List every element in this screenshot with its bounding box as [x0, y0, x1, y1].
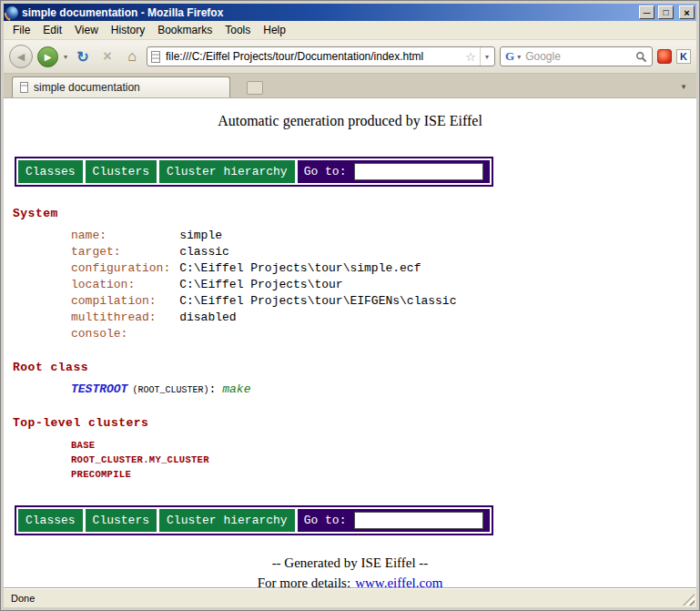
clusters-button[interactable]: Clusters — [86, 160, 157, 183]
system-value — [179, 327, 689, 341]
url-bar[interactable]: ☆ ▾ — [147, 46, 495, 66]
new-tab-button[interactable] — [247, 81, 263, 95]
search-bar[interactable]: G ▾ — [500, 46, 653, 66]
doc-navbar-bottom: Classes Clusters Cluster hierarchy Go to… — [15, 505, 493, 535]
system-key: multithread: — [71, 311, 170, 324]
history-dropdown-icon[interactable]: ▾ — [63, 53, 68, 61]
system-value: C:\Eiffel Projects\tour\EIFGENs\classic — [179, 294, 689, 308]
root-class-link[interactable]: TESTROOT — [71, 382, 127, 396]
system-value: simple — [179, 229, 689, 242]
back-button[interactable]: ◀ — [9, 45, 33, 68]
cluster-link-precompile[interactable]: PRECOMPILE — [71, 467, 689, 482]
goto-label-bottom: Go to: — [304, 514, 347, 527]
back-icon: ◀ — [17, 51, 25, 63]
root-class-colon: : — [208, 382, 216, 396]
tab-simple-documentation[interactable]: simple documentation — [12, 76, 230, 97]
page-content: Automatic generation produced by ISE Eif… — [4, 98, 696, 587]
details-text: For more details: — [258, 575, 350, 587]
home-button[interactable]: ⌂ — [122, 46, 142, 67]
system-key: target: — [71, 245, 170, 259]
cluster-link-base[interactable]: BASE — [71, 438, 689, 453]
url-input[interactable] — [164, 49, 462, 64]
classes-button-bottom[interactable]: Classes — [18, 509, 83, 532]
menu-file[interactable]: File — [6, 22, 36, 38]
nav-toolbar: ◀ ▶ ▾ ↻ × ⌂ ☆ ▾ G ▾ K — [4, 40, 696, 74]
eiffel-website-link[interactable]: www.eiffel.com — [355, 575, 442, 587]
document-icon — [20, 82, 28, 93]
goto-input-bottom[interactable] — [354, 512, 483, 529]
menu-history[interactable]: History — [105, 22, 151, 38]
menu-bookmarks[interactable]: Bookmarks — [151, 22, 218, 38]
system-key: compilation: — [71, 294, 170, 308]
list-all-tabs-button[interactable]: ▾ — [675, 78, 692, 95]
addon-icon-1[interactable] — [657, 49, 672, 64]
window-title: simple documentation - Mozilla Firefox — [22, 6, 635, 19]
resize-grip[interactable] — [683, 594, 695, 606]
system-key: console: — [71, 327, 170, 341]
maximize-button[interactable]: □ — [658, 5, 674, 19]
system-properties: name:simple target:classic configuration… — [71, 229, 689, 341]
forward-button[interactable]: ▶ — [37, 46, 58, 67]
classes-button[interactable]: Classes — [18, 160, 83, 183]
cluster-link-root-cluster-my-cluster[interactable]: ROOT_CLUSTER.MY_CLUSTER — [71, 453, 689, 467]
cluster-hierarchy-button[interactable]: Cluster hierarchy — [159, 160, 295, 183]
search-engine-dropdown-icon[interactable]: ▾ — [517, 53, 521, 61]
url-dropdown-icon[interactable]: ▾ — [480, 47, 493, 66]
system-heading: System — [13, 207, 689, 220]
goto-section-bottom: Go to: — [298, 509, 491, 532]
system-key: location: — [71, 278, 170, 291]
close-button[interactable]: × — [679, 5, 695, 19]
clusters-button-bottom[interactable]: Clusters — [86, 509, 157, 532]
stop-button[interactable]: × — [97, 46, 117, 67]
tab-bar: simple documentation ▾ — [4, 74, 696, 98]
system-value: C:\Eiffel Projects\tour\simple.ecf — [179, 261, 689, 275]
doc-navbar-top: Classes Clusters Cluster hierarchy Go to… — [15, 157, 493, 187]
firefox-window: simple documentation - Mozilla Firefox —… — [0, 0, 700, 611]
google-logo-icon: G — [505, 49, 514, 64]
generated-note: -- Generated by ISE Eiffel -- — [11, 555, 689, 571]
system-value: classic — [179, 245, 689, 259]
system-key: configuration: — [71, 261, 170, 275]
search-icon[interactable] — [635, 51, 647, 63]
system-key: name: — [71, 229, 170, 242]
bookmark-star-icon[interactable]: ☆ — [465, 50, 476, 64]
menubar: File Edit View History Bookmarks Tools H… — [4, 21, 696, 40]
page-icon — [151, 51, 160, 63]
goto-label: Go to: — [304, 165, 347, 178]
menu-edit[interactable]: Edit — [36, 22, 68, 38]
creation-feature-link[interactable]: make — [222, 382, 250, 396]
page-heading: Automatic generation produced by ISE Eif… — [11, 113, 689, 129]
goto-input[interactable] — [354, 163, 483, 180]
menu-help[interactable]: Help — [257, 22, 292, 38]
root-class-heading: Root class — [13, 361, 689, 374]
menu-view[interactable]: View — [68, 22, 105, 38]
search-input[interactable] — [523, 49, 633, 64]
status-bar: Done — [4, 587, 696, 607]
window-inner: simple documentation - Mozilla Firefox —… — [4, 4, 696, 607]
root-class-line: TESTROOT(ROOT_CLUSTER):make — [71, 382, 689, 396]
system-value: disabled — [179, 311, 689, 324]
goto-section: Go to: — [298, 160, 491, 183]
details-line: For more details:www.eiffel.com — [11, 575, 689, 587]
titlebar[interactable]: simple documentation - Mozilla Firefox —… — [4, 4, 696, 21]
cluster-hierarchy-button-bottom[interactable]: Cluster hierarchy — [159, 509, 295, 532]
addon-icon-2[interactable]: K — [676, 49, 691, 64]
forward-icon: ▶ — [45, 52, 52, 62]
clusters-heading: Top-level clusters — [13, 416, 689, 430]
firefox-logo-icon — [5, 6, 18, 19]
reload-button[interactable]: ↻ — [73, 46, 93, 67]
root-cluster-ref: (ROOT_CLUSTER) — [132, 385, 208, 395]
tab-label: simple documentation — [34, 81, 140, 94]
status-text: Done — [11, 593, 35, 604]
minimize-button[interactable]: — — [639, 5, 654, 19]
menu-tools[interactable]: Tools — [218, 22, 257, 38]
system-value: C:\Eiffel Projects\tour — [179, 278, 689, 291]
